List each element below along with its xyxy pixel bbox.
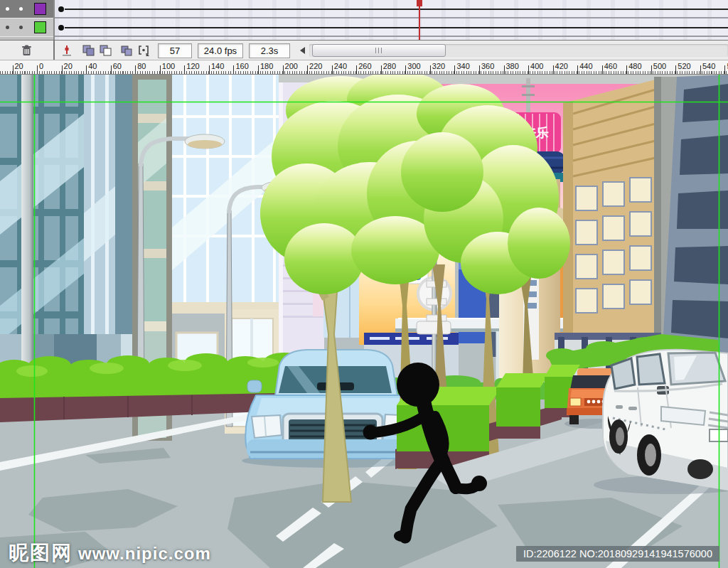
ruler-major-tick [135,65,136,74]
application-window: 57 24.0 fps 2.3s 20020406080100120140160… [0,0,728,568]
ruler-major-tick [332,65,333,74]
center-playhead-icon [62,45,72,56]
ruler-major-tick [577,65,578,74]
timeline-scroll-left-arrow[interactable] [300,47,305,54]
ruler-tick-label: 200 [285,62,298,70]
ruler-major-tick [233,65,234,74]
timeline-frame-row-1[interactable] [55,0,728,18]
watermark: 昵图网 www.nipic.com [9,540,211,567]
ruler-tick-label: 300 [407,62,420,70]
ruler-tick-label: 260 [358,62,371,70]
ruler-major-tick [209,65,210,74]
current-frame-value: 57 [170,45,180,56]
ruler-major-tick [160,65,161,74]
ruler-tick-label: 420 [555,62,568,70]
keyframe-icon[interactable] [58,6,64,12]
ruler-tick-label: 120 [186,62,199,70]
edit-multiple-frames-button[interactable] [119,43,134,58]
trash-icon [21,45,32,56]
ruler-tick-label: 360 [481,62,494,70]
center-frame-button[interactable] [59,43,75,58]
layer-lock-dot[interactable] [19,26,23,29]
ruler-tick-label: 220 [309,62,322,70]
ruler-major-tick [528,65,529,74]
ruler-minor-ticks [0,71,728,74]
timeline-scrollbar-thumb[interactable] [312,44,446,57]
onion-skin-outlines-button[interactable] [98,43,114,58]
timeline-scrollbar-track[interactable] [309,44,728,57]
onion-skin-outlines-icon [100,45,112,56]
elapsed-time-value: 2.3s [261,45,279,56]
ruler-major-tick [13,65,14,74]
ruler-tick-label: 480 [628,62,641,70]
ruler-tick-label: 440 [579,62,592,70]
ruler-major-tick [675,65,676,74]
timeline-toolbar: 57 24.0 fps 2.3s [0,40,728,60]
ruler-tick-label: 280 [383,62,396,70]
layer-outline-color-swatch[interactable] [34,21,46,33]
timeline-frames-area[interactable] [55,0,728,40]
ruler-major-tick [111,65,112,74]
ruler-tick-label: 180 [260,62,273,70]
current-frame-field[interactable]: 57 [158,43,192,58]
stage-canvas[interactable]: C [0,75,728,568]
tween-span[interactable] [65,27,728,28]
modify-onion-markers-icon [137,45,150,56]
ruler-major-tick [356,65,357,74]
ruler-major-tick [553,65,554,74]
frame-rate-field[interactable]: 24.0 fps [198,43,243,58]
ruler-tick-label: 40 [88,62,97,70]
timeline-layer-row[interactable] [0,18,53,37]
ruler-tick-label: 320 [432,62,445,70]
ruler-major-tick [405,65,406,74]
ruler-tick-label: 500 [653,62,666,70]
ruler-tick-label: 380 [506,62,519,70]
watermark-site-url: www.nipic.com [78,544,211,564]
ruler-tick-label: 100 [162,62,175,70]
ruler-tick-label: 20 [15,62,23,70]
ruler-tick-label: 60 [113,62,122,70]
onion-skin-icon [82,45,95,56]
timeline-layer-row[interactable] [0,0,53,18]
ruler-major-tick [454,65,455,74]
ruler-tick-label: 340 [456,62,469,70]
image-id-badge: ID:2206122 NO:20180929141941576000 [516,546,719,562]
ruler-tick-label: 0 [39,62,43,70]
modify-markers-button[interactable] [136,43,151,58]
ruler-major-tick [626,65,627,74]
timeline-panel: 57 24.0 fps 2.3s 20020406080100120140160… [0,0,728,75]
layer-list [0,0,55,40]
layer-visibility-dot[interactable] [6,7,9,11]
watermark-logo: 昵图网 [9,540,73,567]
onion-skin-button[interactable] [81,43,97,58]
layer-lock-dot[interactable] [19,7,23,11]
timeline-frame-row-2[interactable] [55,18,728,37]
ruler-tick-label: 140 [211,62,224,70]
ruler-tick-label: 160 [235,62,248,70]
ruler-major-tick [62,65,63,74]
ruler-major-tick [307,65,308,74]
ruler-major-tick [430,65,431,74]
playhead-handle[interactable] [417,0,422,6]
layer-outline-color-swatch[interactable] [34,3,46,15]
ruler-major-tick [602,65,603,74]
ruler-tick-label: 240 [334,62,347,70]
tween-span[interactable] [65,9,728,10]
keyframe-icon[interactable] [58,25,64,31]
ruler-tick-label: 460 [604,62,617,70]
ruler-major-tick [258,65,259,74]
ruler-tick-label: 400 [530,62,543,70]
foreground-pole[interactable] [21,75,33,387]
elapsed-time-field[interactable]: 2.3s [249,43,290,58]
ruler-major-tick [86,65,87,74]
ruler-major-tick [700,65,701,74]
ruler-major-tick [504,65,505,74]
ruler-major-tick [479,65,480,74]
ruler-major-tick [184,65,185,74]
frame-rate-value: 24.0 fps [204,45,237,56]
edit-multiple-frames-icon [120,45,133,56]
layer-visibility-dot[interactable] [6,26,9,29]
ruler-tick-label: 80 [137,62,146,70]
horizontal-ruler[interactable]: 2002040608010012014016018020022024026028… [0,60,728,75]
delete-layer-button[interactable] [19,43,35,58]
